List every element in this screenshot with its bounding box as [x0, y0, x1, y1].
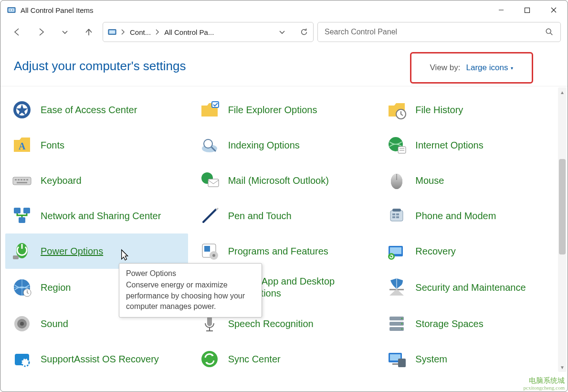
item-label: Internet Options [415, 139, 483, 151]
tooltip: Power Options Conserve energy or maximiz… [119, 263, 262, 318]
item-label: System [415, 353, 447, 365]
item-label: Network and Sharing Center [41, 210, 161, 222]
control-panel-item[interactable]: File History [380, 92, 563, 127]
view-by-label: View by: [430, 63, 461, 73]
control-panel-item[interactable]: Recovery [380, 233, 563, 269]
control-panel-item[interactable]: Fonts [5, 127, 188, 163]
item-label: Security and Maintenance [415, 282, 526, 294]
breadcrumb-item[interactable]: Cont... [130, 28, 151, 36]
system-icon [387, 349, 407, 369]
chevron-down-icon: ▾ [511, 65, 513, 71]
phone-icon [387, 206, 407, 226]
control-panel-item[interactable]: Keyboard [5, 163, 188, 198]
address-bar[interactable]: Cont... All Control Pa... [103, 22, 314, 42]
refresh-button[interactable] [300, 28, 308, 36]
item-label: Recovery [415, 245, 455, 257]
view-by-dropdown[interactable]: Large icons ▾ [466, 63, 514, 73]
control-panel-item[interactable]: Network and Sharing Center [5, 198, 188, 233]
maximize-button[interactable] [514, 0, 540, 20]
control-panel-icon [7, 6, 16, 14]
control-panel-icon [108, 28, 116, 36]
control-panel-item[interactable]: Pen and Touch [193, 198, 376, 233]
control-panel-item[interactable]: Internet Options [380, 127, 563, 163]
region-icon [12, 277, 32, 297]
item-label: Pen and Touch [228, 210, 292, 222]
navigation-bar: Cont... All Control Pa... Search Control… [0, 20, 568, 44]
item-label: File History [415, 104, 463, 116]
title-bar: All Control Panel Items [0, 0, 568, 20]
folder-options-icon [200, 100, 220, 120]
page-title: Adjust your computer's settings [14, 59, 186, 74]
breadcrumb-separator-icon[interactable] [156, 29, 159, 35]
item-label: Keyboard [41, 175, 82, 187]
tooltip-title: Power Options [126, 268, 255, 279]
back-button[interactable] [7, 22, 27, 42]
item-label: Mail (Microsoft Outlook) [228, 175, 329, 187]
security-icon [387, 277, 407, 297]
control-panel-item[interactable]: Indexing Options [193, 127, 376, 163]
control-panel-item[interactable]: Mail (Microsoft Outlook) [193, 163, 376, 198]
item-label: Programs and Features [228, 245, 328, 257]
breadcrumb-separator-icon[interactable] [121, 29, 125, 35]
supportassist-icon [12, 349, 32, 369]
storage-icon [387, 314, 407, 334]
watermark: 电脑系统城 pcxitongcheng.com [524, 377, 565, 391]
svg-point-3 [12, 10, 13, 11]
programs-icon [200, 241, 220, 261]
sync-icon [200, 349, 220, 369]
item-label: Region [41, 282, 71, 294]
item-label: SupportAssist OS Recovery [41, 353, 159, 365]
network-icon [12, 206, 32, 226]
control-panel-item[interactable]: Ease of Access Center [5, 92, 188, 127]
control-panel-item[interactable]: Storage Spaces [380, 306, 563, 341]
pen-icon [200, 206, 220, 226]
control-panel-item[interactable]: Phone and Modem [380, 198, 563, 233]
keyboard-icon [12, 170, 32, 191]
up-button[interactable] [79, 22, 99, 42]
breadcrumb-item[interactable]: All Control Pa... [164, 28, 214, 36]
address-dropdown-button[interactable] [279, 29, 285, 35]
item-label: Indexing Options [228, 139, 300, 151]
internet-options-icon [387, 135, 407, 155]
sound-icon [12, 314, 32, 334]
indexing-icon [200, 135, 220, 155]
search-placeholder: Search Control Panel [325, 28, 545, 36]
item-label: Phone and Modem [415, 210, 496, 222]
item-label: Ease of Access Center [41, 104, 137, 116]
item-label: Sync Center [228, 353, 281, 365]
search-icon [545, 28, 554, 36]
close-button[interactable] [540, 0, 567, 20]
item-label: Mouse [415, 175, 444, 187]
recovery-icon [387, 241, 407, 261]
fonts-icon [12, 135, 32, 155]
header-area: Adjust your computer's settings View by:… [0, 44, 568, 86]
control-panel-item[interactable]: SupportAssist OS Recovery [5, 341, 188, 377]
forward-button[interactable] [31, 22, 51, 42]
item-label: File Explorer Options [228, 104, 317, 116]
item-label: Speech Recognition [228, 318, 314, 330]
control-panel-item[interactable]: Sync Center [193, 341, 376, 377]
svg-line-11 [550, 33, 552, 35]
svg-rect-5 [525, 8, 530, 12]
control-panel-item[interactable]: File Explorer Options [193, 92, 376, 127]
control-panel-item[interactable]: Security and Maintenance [380, 269, 563, 306]
scrollbar-thumb[interactable] [559, 159, 566, 254]
scroll-down-button[interactable]: ▼ [558, 362, 567, 372]
power-icon [12, 241, 32, 261]
control-panel-item[interactable]: System [380, 341, 563, 377]
scroll-up-button[interactable]: ▲ [558, 87, 567, 97]
svg-rect-9 [109, 30, 116, 33]
vertical-scrollbar[interactable]: ▲ ▼ [558, 87, 567, 372]
recent-locations-button[interactable] [55, 22, 75, 42]
svg-point-2 [10, 10, 11, 11]
search-box[interactable]: Search Control Panel [317, 22, 561, 42]
item-label: Storage Spaces [415, 318, 483, 330]
mail-icon [200, 170, 220, 191]
item-label: Sound [41, 318, 68, 330]
view-by-highlight: View by: Large icons ▾ [410, 52, 533, 84]
window-title: All Control Panel Items [21, 6, 488, 14]
ease-access-icon [12, 100, 32, 120]
control-panel-item[interactable]: Mouse [380, 163, 563, 198]
minimize-button[interactable] [488, 0, 514, 20]
control-panel-items-grid: Ease of Access CenterFile Explorer Optio… [0, 86, 568, 377]
